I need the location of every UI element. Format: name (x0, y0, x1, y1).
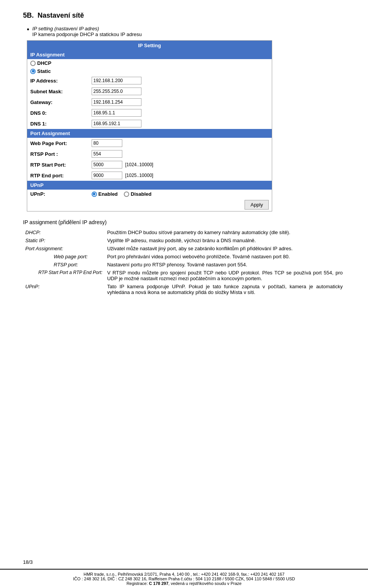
dhcp-radio[interactable]: DHCP (30, 60, 269, 66)
desc-rtp-label: RTP Start Port a RTP End Port: (23, 269, 105, 282)
desc-row-dhcp: DHCP: Použitím DHCP budou síťové paramet… (23, 228, 345, 236)
rtp-start-port-hint: [1024..10000] (125, 162, 153, 167)
rtp-start-port-input[interactable] (92, 161, 122, 168)
port-assignment-header: Port Assignment (27, 129, 272, 138)
desc-port-label: Port Assignment: (23, 244, 105, 253)
dns1-input[interactable] (92, 120, 141, 127)
description-section: IP assignment (přidělení IP adresy) DHCP… (23, 219, 345, 296)
desc-rtsp-text: Nastavení portu pro RTSP přenosy. Továrn… (105, 261, 345, 269)
rtp-end-port-hint: [1025..10000] (125, 173, 153, 178)
desc-row-rtsp: RTSP port: Nastavení portu pro RTSP přen… (23, 261, 345, 269)
rtsp-port-value-cell (89, 149, 256, 159)
desc-rtp-text: V RTSP modu můžete pro spojení použít TC… (105, 269, 345, 282)
web-page-port-label: Web Page Port: (27, 138, 89, 149)
web-page-port-input[interactable] (92, 139, 122, 147)
ip-address-label: IP Address: (27, 75, 89, 86)
gateway-label: Gateway: (27, 97, 89, 107)
desc-row-port: Port Assignment: Uživatel může nastavit … (23, 244, 345, 253)
subsection-label: IP setting (nastavení IP adres) (32, 26, 141, 31)
upnp-value-cell: Enabled Disabled (89, 190, 272, 198)
dhcp-radio-circle (30, 61, 36, 66)
subnet-mask-input[interactable] (92, 88, 141, 95)
ip-address-input[interactable] (92, 77, 141, 84)
ip-address-value-cell (89, 75, 256, 86)
subsection-subtitle: IP kamera podporuje DHCP a statickou IP … (32, 31, 141, 37)
desc-row-rtp: RTP Start Port a RTP End Port: V RTSP mo… (23, 269, 345, 282)
description-table: DHCP: Použitím DHCP budou síťové paramet… (23, 228, 345, 296)
rtp-end-port-label: RTP End port: (27, 170, 89, 181)
desc-rtsp-label: RTSP port: (23, 261, 105, 269)
desc-port-text: Uživatel může nastavit jiný port, aby se… (105, 244, 345, 253)
desc-upnp-text: Tato IP kamera podporuje UPnP. Pokud je … (105, 282, 345, 296)
desc-static-text: Vyplňte IP adresu, masku podsítě, výchoz… (105, 236, 345, 244)
rtsp-port-label: RTSP Port : (27, 149, 89, 159)
section-title: 5B. Nastavení sítě (23, 12, 345, 20)
desc-static-label: Static IP: (23, 236, 105, 244)
dns0-label: DNS 0: (27, 107, 89, 118)
web-page-port-value-cell (89, 138, 256, 149)
footer-line3: Registrace: C 178 297, vedená u rejstřík… (23, 581, 345, 586)
footer-line1: HMR trade, s.r.o., Pelhřimovská 2/1071, … (23, 572, 345, 576)
rtsp-port-input[interactable] (92, 150, 122, 158)
footer-line2: IČO : 248 302 16, DIČ : CZ 248 302 16, R… (23, 576, 345, 581)
desc-upnp-label: UPnP: (23, 282, 105, 296)
subnet-mask-label: Subnet Mask: (27, 86, 89, 97)
desc-row-static: Static IP: Vyplňte IP adresu, masku pods… (23, 236, 345, 244)
static-radio-circle (30, 69, 36, 74)
desc-dhcp-text: Použitím DHCP budou síťové parametry do … (105, 228, 345, 236)
apply-button[interactable]: Apply (245, 200, 269, 210)
upnp-enabled-radio-circle (92, 192, 97, 197)
static-radio[interactable]: Static (30, 68, 269, 74)
ip-assignment-header: IP Assignment (27, 50, 272, 59)
desc-web-page-port-label: Web page port: (23, 253, 105, 261)
page-footer: HMR trade, s.r.o., Pelhřimovská 2/1071, … (0, 569, 368, 588)
desc-dhcp-label: DHCP: (23, 228, 105, 236)
table-title: IP Setting (27, 41, 272, 51)
rtp-end-port-input[interactable] (92, 172, 122, 179)
dns1-label: DNS 1: (27, 118, 89, 129)
dns0-value-cell (89, 107, 256, 118)
rtp-start-port-label: RTP Start Port: (27, 159, 89, 170)
upnp-disabled-radio-circle (124, 192, 129, 197)
rtp-end-port-value-cell: [1025..10000] (89, 170, 256, 181)
gateway-value-cell (89, 97, 256, 107)
desc-row-web-page-port: Web page port: Port pro přehrávání videa… (23, 253, 345, 261)
upnp-label: UPnP: (27, 190, 89, 198)
dns0-input[interactable] (92, 109, 141, 117)
rtp-start-port-value-cell: [1024..10000] (89, 159, 256, 170)
page-number: 18/3 (23, 559, 33, 565)
upnp-disabled-radio[interactable]: Disabled (124, 191, 151, 197)
gateway-input[interactable] (92, 98, 141, 106)
description-title: IP assignment (přidělení IP adresy) (23, 219, 345, 225)
upnp-enabled-radio[interactable]: Enabled (92, 191, 118, 197)
ip-setting-table: IP Setting IP Assignment DHCP (27, 40, 272, 211)
desc-row-upnp: UPnP: Tato IP kamera podporuje UPnP. Pok… (23, 282, 345, 296)
desc-web-page-port-text: Port pro přehrávání videa pomocí webovéh… (105, 253, 345, 261)
dns1-value-cell (89, 118, 256, 129)
upnp-header: UPnP (27, 181, 272, 190)
subnet-mask-value-cell (89, 86, 256, 97)
